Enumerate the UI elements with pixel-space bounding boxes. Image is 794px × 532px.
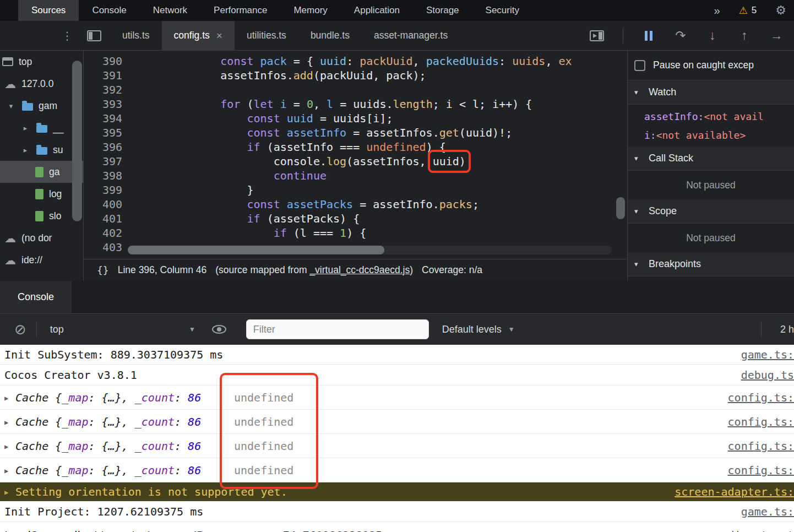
code-token: ) {: [426, 140, 446, 154]
pause-button[interactable]: [642, 31, 655, 41]
console-filter-input[interactable]: [246, 319, 429, 339]
source-link[interactable]: config.ts:: [728, 464, 794, 477]
annotation-red-box-code: uuid): [433, 154, 466, 169]
tree-item-nodor[interactable]: ☁(no dor: [0, 227, 83, 249]
code-token: (assetInfos,: [346, 155, 433, 168]
line-number[interactable]: 390: [84, 54, 128, 68]
call-stack-section-header[interactable]: ▾ Call Stack: [628, 146, 794, 171]
top-tab-storage[interactable]: Storage: [413, 0, 472, 21]
top-tab-memory[interactable]: Memory: [280, 0, 340, 21]
step-button[interactable]: →: [770, 28, 783, 43]
step-over-button[interactable]: ↷: [674, 28, 687, 43]
tree-item-gam[interactable]: ▾gam: [0, 95, 83, 117]
tree-item-ide[interactable]: ☁ide://: [0, 249, 83, 271]
toggle-navigator-icon[interactable]: [87, 30, 101, 41]
file-tab-utilities-ts[interactable]: utilities.ts: [235, 21, 298, 50]
breakpoints-section-header[interactable]: ▾ Breakpoints: [628, 252, 794, 276]
line-number[interactable]: 396: [84, 140, 128, 154]
disclosure-icon[interactable]: ▸: [20, 146, 31, 154]
disclosure-icon[interactable]: ▸: [20, 124, 31, 132]
pretty-print-button[interactable]: {}: [97, 264, 109, 276]
more-options-kebab-icon[interactable]: ⋮: [62, 29, 70, 42]
line-number[interactable]: 400: [84, 197, 128, 211]
expand-arrow-icon[interactable]: ▶: [4, 393, 15, 402]
line-number[interactable]: 399: [84, 183, 128, 197]
more-tabs-chevron-icon[interactable]: »: [714, 4, 720, 17]
source-link[interactable]: config.ts:: [728, 415, 794, 428]
top-tab-application[interactable]: Application: [341, 0, 413, 21]
editor-vscrollbar-thumb[interactable]: [616, 197, 625, 219]
disclosure-icon[interactable]: ▾: [6, 102, 17, 110]
issues-badge[interactable]: ⚠ 5: [739, 4, 757, 17]
editor-hscrollbar-thumb[interactable]: [128, 246, 384, 254]
expand-arrow-icon[interactable]: ▶: [4, 442, 15, 450]
step-out-button[interactable]: ↑: [738, 28, 751, 43]
code-token: [167, 140, 247, 154]
line-number[interactable]: 397: [84, 154, 128, 169]
line-number[interactable]: 391: [84, 68, 128, 83]
file-tab-asset-manager-ts[interactable]: asset-manager.ts: [362, 21, 460, 50]
tree-item-log[interactable]: log: [0, 183, 83, 205]
pause-on-caught-checkbox[interactable]: [634, 60, 645, 71]
expand-arrow-icon[interactable]: ▶: [4, 487, 15, 496]
toggle-debugger-panel-icon[interactable]: [590, 30, 604, 41]
hidden-messages-count[interactable]: 2 h: [771, 324, 794, 335]
file-tab-label: asset-manager.ts: [374, 30, 448, 41]
source-link[interactable]: director.t: [728, 529, 794, 532]
line-number[interactable]: 395: [84, 126, 128, 140]
code-token: ;: [472, 198, 479, 211]
code-token: [167, 97, 220, 111]
log-levels-select[interactable]: Default levels ▼: [442, 324, 515, 335]
editor-hscrollbar[interactable]: [128, 246, 612, 254]
line-number[interactable]: 393: [84, 97, 128, 111]
message-part: 86: [188, 415, 201, 428]
step-into-button[interactable]: ↓: [706, 28, 719, 43]
file-tab-utils-ts[interactable]: utils.ts: [110, 21, 162, 50]
source-link[interactable]: game.ts:: [741, 505, 794, 518]
source-link[interactable]: config.ts:: [728, 439, 794, 453]
tree-item-12700[interactable]: ☁127.0.0: [0, 73, 83, 95]
message-part: _map: [62, 439, 88, 453]
source-link[interactable]: debug.ts: [741, 368, 794, 382]
watch-expression[interactable]: i: <not available>: [628, 126, 794, 144]
top-tab-sources[interactable]: Sources: [18, 0, 79, 21]
tree-item-__[interactable]: ▸__: [0, 117, 83, 139]
tree-item-slo[interactable]: slo: [0, 205, 83, 227]
console-message-text: Cache {_map: {…}, _count: 86: [15, 464, 201, 477]
live-expression-eye-icon[interactable]: [212, 325, 226, 334]
line-number[interactable]: 392: [84, 83, 128, 97]
line-number[interactable]: 394: [84, 111, 128, 126]
file-tab-bundle-ts[interactable]: bundle.ts: [298, 21, 362, 50]
code-editor[interactable]: 3903913923933943953963973983994004014024…: [84, 51, 627, 259]
tab-console[interactable]: Console: [0, 281, 72, 313]
line-number[interactable]: 402: [84, 226, 128, 240]
tree-item-ga[interactable]: ga: [0, 161, 83, 183]
close-tab-icon[interactable]: ×: [216, 30, 222, 42]
top-tab-security[interactable]: Security: [472, 0, 532, 21]
source-mapped-link[interactable]: _virtual_cc-dcc9aecd.js: [309, 264, 410, 275]
expand-arrow-icon[interactable]: ▶: [4, 417, 15, 426]
source-link[interactable]: game.ts:: [741, 348, 794, 361]
line-number[interactable]: 398: [84, 169, 128, 183]
navigator-scrollbar-thumb[interactable]: [72, 61, 82, 221]
scope-section-header[interactable]: ▾ Scope: [628, 199, 794, 224]
tree-item-su[interactable]: ▸su: [0, 139, 83, 161]
source-link[interactable]: config.ts:: [728, 391, 794, 404]
line-number[interactable]: 401: [84, 211, 128, 226]
line-number[interactable]: 403: [84, 240, 128, 254]
log-levels-value: Default levels: [442, 324, 502, 335]
clear-console-icon[interactable]: ⊘: [14, 322, 26, 336]
tree-item-top[interactable]: top: [0, 51, 83, 73]
code-token: = uuids[i];: [320, 112, 393, 125]
top-tab-performance[interactable]: Performance: [200, 0, 280, 21]
watch-expression[interactable]: assetInfo: <not avail: [628, 107, 794, 126]
code-token: const: [247, 112, 287, 125]
settings-gear-icon[interactable]: ⚙: [775, 3, 786, 18]
file-tab-config-ts[interactable]: config.ts×: [162, 21, 235, 50]
top-tab-network[interactable]: Network: [140, 0, 200, 21]
top-tab-console[interactable]: Console: [79, 0, 139, 21]
watch-section-header[interactable]: ▾ Watch: [628, 80, 794, 105]
javascript-context-select[interactable]: top ▼: [47, 324, 195, 335]
source-link[interactable]: screen-adapter.ts:: [675, 485, 794, 498]
expand-arrow-icon[interactable]: ▶: [4, 466, 15, 475]
